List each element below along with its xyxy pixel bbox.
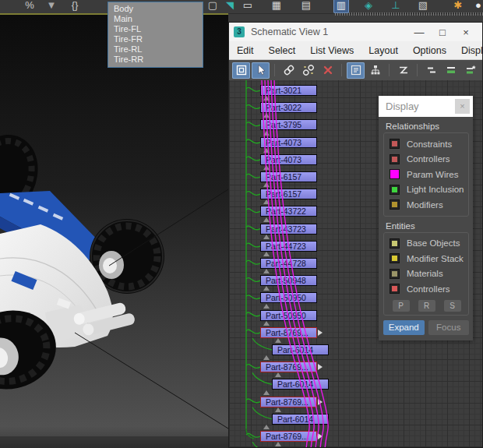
tree-icon bbox=[350, 64, 362, 76]
entities-group-label: Entities bbox=[386, 221, 469, 231]
entity-checkbox-modifier-stack[interactable] bbox=[390, 253, 400, 263]
relationship-checkbox-controllers[interactable] bbox=[390, 154, 400, 164]
expand-arrow-icon[interactable] bbox=[318, 433, 323, 439]
dropdown-item-tire-rl[interactable]: Tire-RL bbox=[108, 44, 203, 55]
schematic-node[interactable]: Part-6014 bbox=[272, 379, 329, 390]
relationship-checkbox-modifiers[interactable] bbox=[390, 199, 400, 210]
panel-close-icon[interactable]: × bbox=[455, 99, 470, 114]
hierarchy-mode-button[interactable] bbox=[347, 62, 365, 79]
minimize-button[interactable]: — bbox=[407, 26, 431, 38]
schematic-node[interactable]: Part-8769... bbox=[260, 362, 317, 372]
relationship-checkbox-param-wires[interactable] bbox=[390, 169, 400, 179]
relationship-label: Modifiers bbox=[407, 200, 443, 210]
schematic-node[interactable]: Part-44723 bbox=[260, 241, 317, 252]
entity-checkbox-controllers[interactable] bbox=[390, 284, 400, 294]
schematic-node[interactable]: Part-3022 bbox=[260, 102, 317, 113]
dropdown-item-tire-fl[interactable]: Tire-FL bbox=[108, 24, 203, 34]
hierarchy-hook-wire bbox=[246, 330, 260, 333]
dropdown-arrow-icon[interactable]: ▼ bbox=[44, 0, 59, 13]
select-cursor-icon[interactable]: ▢ bbox=[205, 0, 220, 13]
schematic-canvas[interactable]: Part-3021Part-3022Part-3795Part-4073Part… bbox=[229, 80, 482, 447]
material-editor-icon[interactable]: ◈ bbox=[361, 0, 376, 13]
schematic-node[interactable]: Part-8769... bbox=[260, 327, 317, 338]
controller-filter-s-button[interactable]: S bbox=[444, 300, 461, 312]
hierarchy-hook-wire bbox=[246, 260, 260, 264]
flow-arrow-icon bbox=[263, 425, 270, 429]
play-flag-icon[interactable]: ◥ bbox=[222, 0, 238, 13]
menu-layout[interactable]: Layout bbox=[368, 45, 398, 56]
move-children-button[interactable] bbox=[394, 62, 412, 79]
schematic-node[interactable]: Part-6014 bbox=[272, 414, 329, 425]
align-node-button[interactable] bbox=[461, 62, 479, 79]
flow-arrow-icon bbox=[263, 131, 270, 136]
align-tool-icon[interactable]: ⊥ bbox=[388, 0, 404, 13]
dropdown-item-body[interactable]: Body bbox=[108, 4, 203, 14]
close-button[interactable]: × bbox=[454, 26, 478, 38]
schematic-node[interactable]: Part-50950 bbox=[260, 292, 317, 303]
schematic-node[interactable]: Part-3021 bbox=[260, 85, 317, 96]
schematic-node[interactable]: Part-43722 bbox=[260, 206, 317, 217]
dropdown-item-tire-rr[interactable]: Tire-RR bbox=[108, 55, 203, 65]
menu-list-views[interactable]: List Views bbox=[310, 45, 354, 56]
display-floater-button[interactable] bbox=[232, 62, 250, 79]
schematic-node[interactable]: Part-8769... bbox=[260, 431, 317, 442]
menu-display[interactable]: Display bbox=[461, 45, 483, 56]
select-button[interactable] bbox=[252, 62, 270, 79]
dropdown-item-main[interactable]: Main bbox=[108, 14, 203, 24]
render-setup-icon[interactable]: ▧ bbox=[415, 0, 431, 13]
align-center-button[interactable] bbox=[442, 62, 460, 79]
layers-icon[interactable]: ▤ bbox=[298, 0, 314, 13]
delete-objects-button[interactable] bbox=[319, 62, 337, 79]
schematic-node[interactable]: Part-44728 bbox=[260, 258, 317, 269]
array-table-icon[interactable]: ▦ bbox=[269, 0, 284, 13]
schematic-node[interactable]: Part-4073 bbox=[260, 137, 317, 148]
controller-filter-p-button[interactable]: P bbox=[393, 300, 410, 312]
entity-checkbox-materials[interactable] bbox=[390, 269, 400, 279]
references-mode-button[interactable] bbox=[366, 62, 384, 79]
panel-titlebar[interactable]: Display × bbox=[379, 96, 473, 117]
connect-button[interactable] bbox=[280, 62, 298, 79]
zigzag-icon bbox=[397, 64, 410, 76]
expand-arrow-icon[interactable] bbox=[318, 364, 323, 370]
align1-icon bbox=[425, 64, 438, 76]
entity-label: Materials bbox=[407, 269, 443, 278]
expand-button[interactable]: Expand bbox=[383, 320, 425, 335]
floater-icon bbox=[235, 64, 248, 76]
schematic-node[interactable]: Part-8769... bbox=[260, 397, 317, 407]
relationship-checkbox-light-inclusion[interactable] bbox=[390, 185, 400, 195]
maximize-button[interactable]: □ bbox=[431, 26, 454, 38]
delete-icon bbox=[322, 64, 334, 76]
schematic-view-icon[interactable]: ▥ bbox=[333, 0, 349, 13]
align-left-button[interactable] bbox=[422, 62, 440, 79]
focus-button[interactable]: Focus bbox=[428, 320, 470, 335]
schematic-node[interactable]: Part-50950 bbox=[260, 310, 317, 321]
3d-viewport[interactable] bbox=[0, 13, 228, 448]
entity-checkbox-base-objects[interactable] bbox=[390, 238, 400, 249]
flow-arrow-icon bbox=[275, 442, 281, 446]
menu-options[interactable]: Options bbox=[413, 45, 446, 56]
braces-icon[interactable]: {} bbox=[67, 0, 83, 13]
marquee-icon[interactable]: ▭ bbox=[240, 0, 256, 13]
schematic-node[interactable]: Part-4073 bbox=[260, 154, 317, 165]
controller-filter-r-button[interactable]: R bbox=[418, 300, 435, 312]
schematic-node[interactable]: Part-3795 bbox=[260, 119, 317, 130]
hierarchy-hook-wire bbox=[246, 243, 260, 247]
relationship-checkbox-constraints[interactable] bbox=[390, 139, 400, 149]
unlink-selected-button[interactable] bbox=[299, 62, 317, 79]
named-selection-dropdown-list[interactable]: BodyMainTire-FLTire-FRTire-RLTire-RR bbox=[108, 2, 203, 68]
settings-gear-icon[interactable]: ✱ bbox=[450, 0, 466, 13]
expand-arrow-icon[interactable] bbox=[318, 399, 323, 405]
snap-percent-icon[interactable]: % bbox=[22, 0, 37, 13]
schematic-node[interactable]: Part-6157 bbox=[260, 189, 317, 199]
schematic-node[interactable]: Part-6014 bbox=[272, 344, 329, 355]
menu-select[interactable]: Select bbox=[269, 45, 296, 56]
render-teapot-icon[interactable]: ● bbox=[471, 0, 483, 13]
schematic-node[interactable]: Part-50948 bbox=[260, 275, 317, 286]
dropdown-item-tire-fr[interactable]: Tire-FR bbox=[108, 34, 203, 44]
menu-edit[interactable]: Edit bbox=[237, 45, 254, 56]
relationship-label: Param Wires bbox=[407, 170, 458, 179]
window-titlebar[interactable]: 3 Schematic View 1 — □ × bbox=[229, 23, 482, 41]
schematic-node[interactable]: Part-43723 bbox=[260, 224, 317, 235]
schematic-node[interactable]: Part-6157 bbox=[260, 171, 317, 182]
expand-arrow-icon[interactable] bbox=[318, 330, 323, 336]
